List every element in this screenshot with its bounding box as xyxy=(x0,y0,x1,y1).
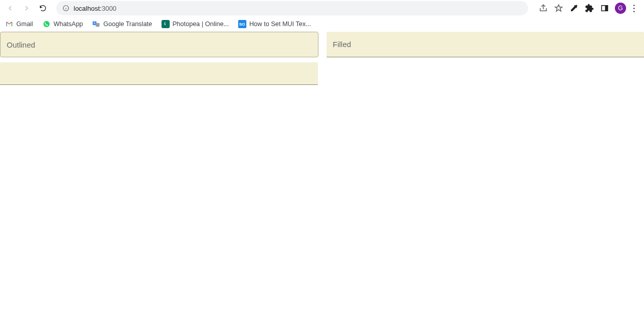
bookmark-label: WhatsApp xyxy=(54,20,83,28)
dot-icon xyxy=(633,8,635,9)
extensions-button[interactable] xyxy=(584,3,594,13)
avatar-initial: G xyxy=(618,5,623,12)
bookmark-google-translate[interactable]: A Google Translate xyxy=(92,20,152,28)
chrome-menu-button[interactable] xyxy=(631,5,637,12)
bookmark-label: How to Set MUI Tex... xyxy=(249,20,311,28)
textfield-standard[interactable] xyxy=(0,62,318,85)
forward-button[interactable] xyxy=(20,2,33,14)
bookmark-photopea[interactable]: Photopea | Online... xyxy=(162,20,229,28)
toolbar-right: G xyxy=(535,3,640,14)
svg-rect-7 xyxy=(96,23,100,27)
bookmark-label: Google Translate xyxy=(103,20,152,28)
eyedropper-button[interactable] xyxy=(569,3,579,13)
panel-icon xyxy=(600,4,609,13)
reload-button[interactable] xyxy=(37,2,49,14)
bookmark-gmail[interactable]: Gmail xyxy=(5,20,33,28)
browser-toolbar: localhost:3000 G xyxy=(0,0,644,16)
textfield-outlined[interactable]: Outlined xyxy=(0,32,318,57)
puzzle-icon xyxy=(585,4,594,13)
share-icon xyxy=(539,4,548,13)
arrow-left-icon xyxy=(6,4,14,12)
whatsapp-icon xyxy=(42,20,51,28)
textfield-row: Outlined Filled xyxy=(0,32,644,57)
profile-avatar[interactable]: G xyxy=(615,3,626,14)
url-text: localhost:3000 xyxy=(74,5,117,12)
omnibox[interactable]: localhost:3000 xyxy=(56,1,528,15)
bookmark-whatsapp[interactable]: WhatsApp xyxy=(42,20,83,28)
arrow-right-icon xyxy=(22,4,31,12)
back-button[interactable] xyxy=(4,2,16,14)
svg-point-5 xyxy=(43,21,50,27)
stackoverflow-icon: SO xyxy=(238,20,246,28)
share-button[interactable] xyxy=(538,3,548,13)
gmail-icon xyxy=(5,20,13,28)
bookmark-star-button[interactable] xyxy=(554,3,564,13)
bookmark-mui-tutorial[interactable]: SO How to Set MUI Tex... xyxy=(238,20,311,28)
photopea-icon xyxy=(162,20,170,28)
google-translate-icon: A xyxy=(92,20,100,28)
star-icon xyxy=(554,4,563,13)
eyedropper-icon xyxy=(569,4,579,13)
textfield-filled[interactable]: Filled xyxy=(327,32,644,57)
dot-icon xyxy=(633,5,635,6)
bookmark-label: Photopea | Online... xyxy=(173,20,229,28)
textfield-label: Filled xyxy=(333,40,351,49)
site-info-icon xyxy=(62,5,70,12)
panel-button[interactable] xyxy=(600,3,610,13)
reload-icon xyxy=(39,4,47,12)
dot-icon xyxy=(633,11,635,12)
bookmark-label: Gmail xyxy=(16,20,33,28)
svg-rect-4 xyxy=(605,6,608,11)
page-content: Outlined Filled xyxy=(0,32,644,85)
bookmarks-bar: Gmail WhatsApp A Google Translate Photop… xyxy=(0,16,644,32)
textfield-label: Outlined xyxy=(7,40,35,49)
